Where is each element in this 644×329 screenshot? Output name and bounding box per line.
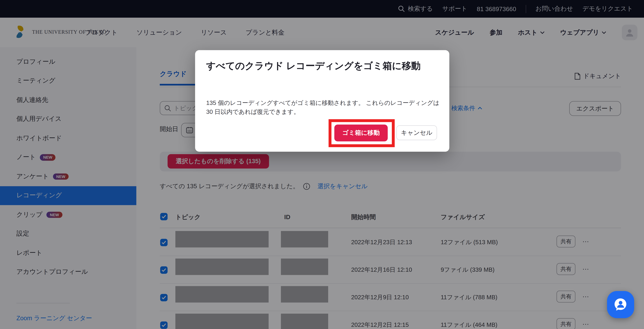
move-to-trash-button[interactable]: ゴミ箱に移動 [334,125,388,141]
dialog-body-text: 135 個のレコーディングすべてがゴミ箱に移動されます。 これらのレコーディング… [206,99,441,116]
page: 検索する サポート 81 368973660 お問い合わせ デモをリクエスト T… [0,0,644,329]
move-to-trash-dialog: すべてのクラウド レコーディングをゴミ箱に移動 135 個のレコーディングすべて… [195,50,449,151]
dialog-title: すべてのクラウド レコーディングをゴミ箱に移動 [206,59,443,73]
cancel-button[interactable]: キャンセル [396,125,437,140]
chat-fab-button[interactable] [607,291,634,318]
chat-contact-icon [613,297,628,312]
modal-backdrop[interactable] [0,0,644,329]
